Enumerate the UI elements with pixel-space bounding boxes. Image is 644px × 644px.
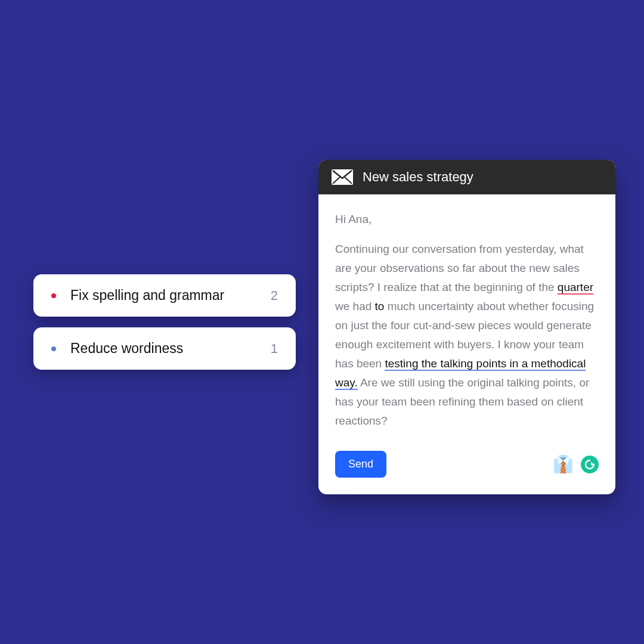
flagged-word-to[interactable]: to [375, 300, 385, 312]
suggestion-card-wordiness[interactable]: Reduce wordiness 1 [33, 327, 296, 370]
suggestion-label: Fix spelling and grammar [70, 287, 271, 304]
email-greeting: Hi Ana, [335, 210, 599, 229]
suggestion-card-grammar[interactable]: Fix spelling and grammar 2 [33, 274, 296, 317]
grammarly-icon[interactable] [581, 456, 599, 473]
suggestion-count: 2 [271, 288, 278, 304]
flagged-word-quarter[interactable]: quarter [558, 281, 593, 295]
email-compose-window: New sales strategy Hi Ana, Continuing ou… [318, 160, 615, 494]
suggestion-label: Reduce wordiness [70, 340, 271, 357]
email-subject: New sales strategy [363, 169, 473, 185]
email-body[interactable]: Hi Ana, Continuing our conversation from… [318, 194, 615, 446]
email-paragraph: Continuing our conversation from yesterd… [335, 240, 599, 431]
email-footer: Send 👔 [318, 446, 615, 494]
send-button[interactable]: Send [335, 451, 386, 478]
footer-icons: 👔 [553, 455, 599, 474]
dot-icon [51, 293, 56, 298]
suggestion-count: 1 [271, 341, 278, 357]
suggestions-panel: Fix spelling and grammar 2 Reduce wordin… [33, 274, 296, 380]
mail-icon [332, 169, 353, 185]
body-text: Continuing our conversation from yesterd… [335, 243, 584, 293]
email-header: New sales strategy [318, 160, 615, 194]
body-text: we had [335, 300, 375, 312]
shirt-icon[interactable]: 👔 [553, 455, 572, 474]
body-text: Are we still using the original talking … [335, 376, 589, 427]
dot-icon [51, 346, 56, 351]
